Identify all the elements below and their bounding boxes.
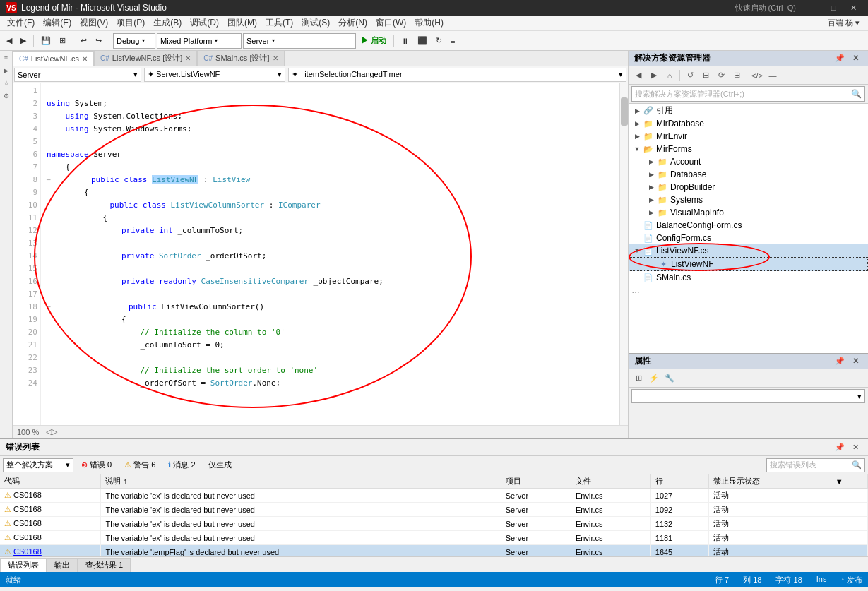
toolbar-undo[interactable]: ↩ [77,33,90,49]
bottom-tab-errorlist[interactable]: 错误列表 [0,558,47,572]
tree-item-database[interactable]: ▶ 📁 Database [629,168,868,181]
minimize-button[interactable]: ─ [804,0,823,16]
tree-item-mirforms[interactable]: ▼ 📂 MirForms [629,143,868,155]
err5-code-link[interactable]: CS0168 [13,547,42,556]
tab-listviewnf-cs[interactable]: C# ListViewNF.cs ✕ [13,51,94,66]
props-grid-btn[interactable]: ⊞ [631,371,646,386]
error-search-box[interactable]: 搜索错误列表 🔍 [766,458,865,472]
editor-scrollbar-thumb[interactable] [621,97,628,126]
menu-window[interactable]: 窗口(W) [371,16,410,30]
se-home-btn[interactable]: ⌂ [662,68,677,83]
sidebar-icon-2[interactable]: ▶ [1,65,12,76]
code-content[interactable]: using System; using System.Collections; … [41,83,619,425]
props-sort-btn[interactable]: ⚡ [647,371,661,386]
tree-item-ref[interactable]: ▶ 🔗 引用 [629,104,868,117]
tab-listviewnf-design[interactable]: C# ListViewNF.cs [设计] ✕ [94,51,197,66]
menu-tools[interactable]: 工具(T) [261,16,297,30]
col-file[interactable]: 文件 [571,474,651,489]
warning-count-btn[interactable]: ⚠ 警告 6 [119,458,160,472]
tree-item-visualmapinfo[interactable]: ▶ 📁 VisualMapInfo [629,206,868,219]
errlist-pin-btn[interactable]: 📌 [833,441,847,455]
col-filter[interactable]: ▼ [831,474,867,489]
se-pin-button[interactable]: 📌 [833,52,847,66]
maximize-button[interactable]: □ [824,0,843,16]
tree-item-mirenvir[interactable]: ▶ 📁 MirEnvir [629,130,868,143]
toolbar-saveall[interactable]: ⊞ [56,33,69,49]
error-count-btn[interactable]: ⊗ 错误 0 [76,458,117,472]
user-info[interactable]: 百端 杨 ▾ [822,18,865,28]
tree-item-listviewnf-class[interactable]: ▶ ✦ ListViewNF [629,257,868,271]
col-line[interactable]: 行 [650,474,708,489]
toolbar-back[interactable]: ◀ [3,33,16,49]
method-dropdown[interactable]: ✦ _itemSelectionChangedTimer ▾ [288,68,626,82]
toolbar-save[interactable]: 💾 [37,33,54,49]
se-forward-btn[interactable]: ▶ [647,68,661,83]
tree-item-account[interactable]: ▶ 📁 Account [629,155,868,168]
se-refresh-btn[interactable]: ↺ [683,68,697,83]
toolbar-misc2[interactable]: ⬛ [414,33,431,49]
tab-smain-design[interactable]: C# SMain.cs [设计] ✕ [197,51,284,66]
props-filter-btn[interactable]: 🔧 [662,371,677,386]
debug-mode-dropdown[interactable]: Debug ▾ [113,33,155,49]
se-back-btn[interactable]: ◀ [631,68,646,83]
errlist-close-btn[interactable]: ✕ [848,441,862,455]
sidebar-icon-4[interactable]: ⚙ [1,90,12,102]
sidebar-icon-1[interactable]: ≡ [1,52,12,64]
menu-test[interactable]: 测试(S) [297,16,334,30]
quick-launch[interactable]: 快速启动 (Ctrl+Q) [735,3,796,13]
menu-build[interactable]: 生成(B) [149,16,186,30]
error-row-5[interactable]: ⚠ CS0168 The variable 'tempFlag' is decl… [0,545,868,557]
tab-close-1[interactable]: ✕ [82,55,88,63]
toolbar-misc4[interactable]: ≡ [447,33,458,49]
se-close-button[interactable]: ✕ [848,52,862,66]
error-row-2[interactable]: ⚠ CS0168 The variable 'ex' is declared b… [0,503,868,517]
toolbar-misc1[interactable]: ⏸ [398,33,412,49]
sidebar-icon-3[interactable]: ☆ [1,78,12,89]
info-count-btn[interactable]: ℹ 消息 2 [163,458,200,472]
bottom-tab-findresults[interactable]: 查找结果 1 [78,558,131,572]
menu-debug[interactable]: 调试(D) [186,16,223,30]
menu-analyze[interactable]: 分析(N) [334,16,371,30]
solution-search-icon[interactable]: 🔍 [851,89,862,99]
platform-dropdown[interactable]: Mixed Platform ▾ [157,33,242,49]
menu-edit[interactable]: 编辑(E) [39,16,76,30]
start-button[interactable]: ▶ 启动 [357,33,390,49]
menu-team[interactable]: 团队(M) [223,16,261,30]
namespace-dropdown[interactable]: Server ▾ [14,68,141,82]
menu-file[interactable]: 文件(F) [3,16,39,30]
build-only-btn[interactable]: 仅生成 [203,458,237,472]
solution-search-box[interactable]: 搜索解决方案资源管理器(Ctrl+;) 🔍 [631,86,865,102]
props-close-button[interactable]: ✕ [848,354,862,369]
solution-filter-dropdown[interactable]: 整个解决方案 ▾ [3,458,73,472]
tab-close-2[interactable]: ✕ [185,54,191,62]
close-button[interactable]: ✕ [844,0,862,16]
col-code[interactable]: 代码 [0,474,101,489]
editor-scrollbar[interactable] [619,83,628,425]
menu-project[interactable]: 项目(P) [112,16,149,30]
status-publish[interactable]: ↑ 发布 [840,575,862,585]
bottom-tab-output[interactable]: 输出 [47,558,78,572]
tree-item-mirdatabase[interactable]: ▶ 📁 MirDatabase [629,117,868,130]
error-row-3[interactable]: ⚠ CS0168 The variable 'ex' is declared b… [0,517,868,531]
tree-item-balanceconfigform[interactable]: ▶ 📄 BalanceConfigForm.cs [629,219,868,232]
server-dropdown[interactable]: Server ▾ [243,33,356,49]
error-row-1[interactable]: ⚠ CS0168 The variable 'ex' is declared b… [0,489,868,503]
se-filter-btn[interactable]: ⊞ [730,68,744,83]
error-search-icon[interactable]: 🔍 [852,460,862,470]
col-desc[interactable]: 说明 ↑ [101,474,501,489]
toolbar-forward[interactable]: ▶ [17,33,30,49]
se-collapse-btn[interactable]: ⊟ [698,68,713,83]
error-row-4[interactable]: ⚠ CS0168 The variable 'ex' is declared b… [0,531,868,545]
tree-item-listviewnf[interactable]: ▼ 📄 ListViewNF.cs [629,244,868,257]
props-pin-button[interactable]: 📌 [833,354,847,369]
toolbar-redo[interactable]: ↪ [92,33,105,49]
tree-item-configform[interactable]: ▶ 📄 ConfigForm.cs [629,232,868,244]
se-settings-btn[interactable]: — [766,68,780,83]
tree-item-smain[interactable]: ▶ 📄 SMain.cs [629,271,868,284]
col-status[interactable]: 禁止显示状态 [708,474,831,489]
menu-help[interactable]: 帮助(H) [410,16,448,30]
solution-tree[interactable]: ▶ 🔗 引用 ▶ 📁 MirDatabase ▶ 📁 MirEnvir ▼ 📂 … [629,104,868,353]
tree-item-dropbuilder[interactable]: ▶ 📁 DropBuilder [629,181,868,193]
properties-dropdown[interactable]: ▾ [631,389,865,403]
menu-view[interactable]: 视图(V) [76,16,112,30]
